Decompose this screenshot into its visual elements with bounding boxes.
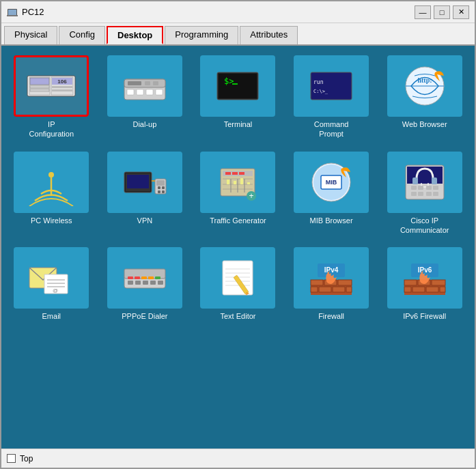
dial-up-label: Dial-up [132, 119, 156, 129]
svg-text:+: + [249, 191, 254, 201]
tabs-bar: Physical Config Desktop Programming Attr… [1, 23, 475, 46]
svg-rect-7 [30, 89, 49, 91]
web-browser-icon-item[interactable]: http: Web Browser [381, 53, 468, 142]
terminal-icon-item[interactable]: $> Terminal [195, 53, 281, 142]
svg-text:run: run [313, 79, 324, 85]
window-icon [7, 7, 18, 18]
mib-browser-label: MIB Browser [310, 216, 353, 225]
svg-rect-89 [148, 276, 154, 279]
pc-wireless-label: PC Wireless [31, 216, 72, 225]
email-icon-item[interactable]: @ Email [8, 244, 95, 324]
tab-config[interactable]: Config [59, 26, 105, 44]
svg-rect-58 [240, 178, 243, 184]
terminal-label: Terminal [224, 119, 253, 129]
ip-configuration-icon-item[interactable]: 106 IPConfiguration [8, 53, 95, 142]
maximize-button[interactable]: □ [434, 5, 450, 19]
svg-rect-111 [346, 287, 352, 292]
pppoe-dialer-label: PPPoE Dialer [122, 311, 167, 321]
traffic-generator-icon-box: + [200, 152, 275, 213]
web-browser-svg: http: [397, 62, 452, 110]
text-editor-icon-item[interactable]: Text Editor [195, 244, 281, 324]
pppoe-dialer-icon-item[interactable]: PPPoE Dialer [102, 244, 188, 324]
cisco-ip-communicator-svg [397, 158, 452, 206]
svg-rect-42 [162, 186, 165, 189]
svg-rect-38 [127, 175, 149, 188]
command-prompt-label: CommandPrompt [314, 119, 349, 139]
firewall-icon-box: IPv4 [294, 247, 369, 309]
dial-up-icon-item[interactable]: Dial-up [102, 53, 188, 142]
svg-rect-91 [128, 281, 133, 285]
svg-rect-47 [225, 172, 231, 175]
top-checkbox[interactable] [7, 454, 16, 463]
svg-text:$>: $> [224, 76, 234, 86]
firewall-label: Firewall [318, 311, 344, 321]
mib-browser-svg: MIB [304, 158, 359, 206]
svg-rect-17 [146, 89, 153, 95]
ipv6-firewall-icon-box: IPv6 [387, 247, 462, 309]
svg-rect-59 [247, 182, 250, 184]
svg-rect-90 [155, 276, 160, 279]
svg-rect-21 [153, 81, 158, 85]
svg-text:@: @ [53, 287, 58, 294]
svg-rect-71 [418, 186, 423, 190]
tab-programming[interactable]: Programming [165, 26, 238, 44]
svg-rect-44 [162, 190, 165, 193]
ip-configuration-svg: 106 [24, 62, 79, 110]
ip-configuration-label: IPConfiguration [29, 119, 74, 139]
firewall-svg: IPv4 [304, 254, 359, 302]
cisco-ip-communicator-icon-box [387, 152, 462, 213]
svg-rect-92 [135, 281, 141, 285]
svg-rect-41 [158, 186, 160, 189]
svg-rect-6 [30, 85, 49, 88]
pc-wireless-icon-box [14, 152, 89, 213]
mib-browser-icon-box: MIB [294, 152, 369, 213]
svg-rect-49 [239, 172, 244, 175]
svg-rect-72 [426, 186, 432, 190]
mib-browser-icon-item[interactable]: MIB MIB Browser [288, 149, 375, 238]
vpn-svg [117, 158, 172, 206]
tab-attributes[interactable]: Attributes [240, 26, 298, 44]
svg-rect-117 [432, 280, 445, 285]
vpn-icon-item[interactable]: VPN [102, 149, 188, 238]
svg-rect-105 [311, 280, 323, 285]
tab-physical[interactable]: Physical [4, 26, 57, 44]
svg-rect-43 [158, 190, 160, 193]
svg-rect-11 [52, 86, 72, 88]
svg-rect-68 [412, 177, 418, 184]
traffic-generator-label: Traffic Generator [210, 216, 266, 225]
command-prompt-icon-item[interactable]: run C:\>_ CommandPrompt [288, 53, 375, 142]
dial-up-icon-box [107, 55, 182, 117]
pppoe-dialer-icon-box [107, 247, 182, 309]
svg-text:IPv6: IPv6 [417, 266, 432, 274]
svg-rect-75 [418, 192, 423, 196]
svg-rect-2 [7, 15, 18, 16]
vpn-label: VPN [137, 216, 153, 225]
ipv6-firewall-label: IPv6 Firewall [403, 311, 446, 321]
cisco-ip-communicator-icon-item[interactable]: Cisco IPCommunicator [381, 149, 468, 238]
close-button[interactable]: ✕ [453, 5, 469, 19]
terminal-svg: $> [210, 62, 265, 110]
web-browser-label: Web Browser [402, 119, 447, 129]
svg-text:MIB: MIB [326, 179, 337, 186]
traffic-generator-svg: + [210, 158, 265, 206]
svg-rect-110 [333, 287, 345, 292]
svg-rect-20 [145, 81, 150, 85]
svg-rect-16 [137, 89, 143, 95]
title-controls: — □ ✕ [415, 5, 469, 19]
svg-rect-57 [234, 181, 236, 184]
svg-rect-93 [143, 281, 148, 285]
command-prompt-icon-box: run C:\>_ [294, 55, 369, 117]
pc-wireless-svg [24, 158, 79, 206]
firewall-icon-item[interactable]: IPv4 Firewall [288, 244, 375, 324]
svg-rect-1 [8, 10, 16, 15]
pc-wireless-icon-item[interactable]: PC Wireless [8, 149, 95, 238]
tab-desktop[interactable]: Desktop [107, 26, 163, 44]
svg-text:C:\>_: C:\>_ [313, 89, 328, 94]
email-label: Email [42, 311, 61, 321]
traffic-generator-icon-item[interactable]: + Traffic Generator [195, 149, 281, 238]
ipv6-firewall-icon-item[interactable]: IPv6 IPv6 Firewall [381, 244, 468, 324]
text-editor-icon-box [200, 247, 275, 309]
svg-rect-5 [30, 78, 49, 85]
minimize-button[interactable]: — [415, 5, 431, 19]
svg-rect-70 [411, 186, 417, 190]
